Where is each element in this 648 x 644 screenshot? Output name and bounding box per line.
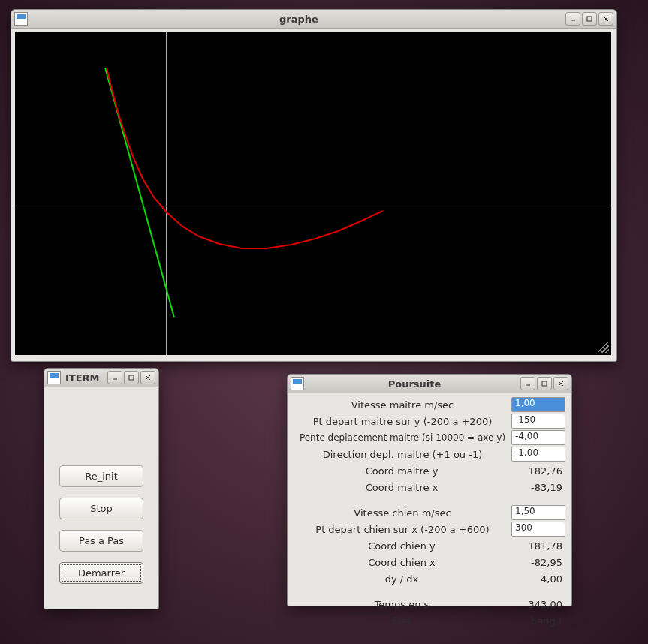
graph-window: graphe xyxy=(11,9,617,362)
row-dydx: dy / dx 4,00 xyxy=(289,570,570,587)
minimize-button[interactable] xyxy=(565,12,580,26)
iterm-body: Re_init Stop Pas a Pas Demarrer xyxy=(44,387,158,584)
label-temps: Temps en s xyxy=(294,599,510,610)
close-button[interactable] xyxy=(140,371,155,384)
close-button[interactable] xyxy=(598,12,613,26)
value-coord-maitre-y: 182,76 xyxy=(510,465,565,477)
label-coord-chien-y: Coord chien y xyxy=(294,540,510,552)
app-icon xyxy=(47,371,61,384)
label-coord-chien-x: Coord chien x xyxy=(294,557,510,568)
row-vitesse-chien: Vitesse chien m/sec 1,50 xyxy=(289,504,570,521)
graph-window-title: graphe xyxy=(32,14,565,25)
row-coord-chien-x: Coord chien x -82,95 xyxy=(289,554,570,570)
input-vitesse-chien[interactable]: 1,50 xyxy=(511,505,565,520)
label-etat: Etat xyxy=(294,615,510,627)
input-pente-deplacement[interactable]: -4,00 xyxy=(511,430,565,445)
row-coord-maitre-y: Coord maitre y 182,76 xyxy=(289,462,570,479)
close-button[interactable] xyxy=(553,377,568,390)
stop-button[interactable]: Stop xyxy=(59,498,143,519)
poursuite-window: Poursuite Vitesse maitre m/sec 1,00 Pt d… xyxy=(287,374,572,606)
poursuite-body: Vitesse maitre m/sec 1,00 Pt depart mait… xyxy=(288,393,571,632)
iterm-window-title: ITERM xyxy=(65,372,107,384)
input-vitesse-maitre[interactable]: 1,00 xyxy=(511,397,565,412)
label-pt-depart-chien-x: Pt depart chien sur x (-200 a +600) xyxy=(294,524,511,535)
row-pt-depart-chien-x: Pt depart chien sur x (-200 a +600) 300 xyxy=(289,521,570,537)
row-temps: Temps en s 343,00 xyxy=(289,596,570,612)
value-coord-chien-x: -82,95 xyxy=(510,557,565,568)
iterm-titlebar[interactable]: ITERM xyxy=(44,369,158,387)
input-pt-depart-chien-x[interactable]: 300 xyxy=(511,522,565,537)
value-coord-maitre-x: -83,19 xyxy=(510,482,565,493)
chart-curves xyxy=(15,32,611,355)
maximize-button[interactable] xyxy=(582,12,597,26)
step-button[interactable]: Pas a Pas xyxy=(59,530,143,552)
label-coord-maitre-x: Coord maitre x xyxy=(294,482,510,493)
label-pente-deplacement: Pente deplacement maitre (si 10000 = axe… xyxy=(294,432,511,443)
value-temps: 343,00 xyxy=(510,599,565,610)
app-icon xyxy=(291,377,304,390)
app-icon xyxy=(14,12,28,26)
value-etat: bang ! xyxy=(510,615,565,627)
row-direction-depl: Direction depl. maitre (+1 ou -1) -1,00 xyxy=(289,446,570,462)
reinit-button[interactable]: Re_init xyxy=(59,465,143,487)
start-button[interactable]: Demarrer xyxy=(59,562,143,584)
label-direction-depl: Direction depl. maitre (+1 ou -1) xyxy=(294,449,511,460)
maximize-button[interactable] xyxy=(537,377,552,390)
input-pt-depart-maitre-y[interactable]: -150 xyxy=(511,414,565,429)
label-dydx: dy / dx xyxy=(294,573,510,585)
value-dydx: 4,00 xyxy=(510,573,565,585)
row-pt-depart-maitre-y: Pt depart maitre sur y (-200 a +200) -15… xyxy=(289,413,570,429)
row-coord-maitre-x: Coord maitre x -83,19 xyxy=(289,479,570,495)
poursuite-window-title: Poursuite xyxy=(309,378,520,390)
label-vitesse-maitre: Vitesse maitre m/sec xyxy=(294,399,511,411)
value-coord-chien-y: 181,78 xyxy=(510,540,565,552)
minimize-button[interactable] xyxy=(107,371,122,384)
resize-grip[interactable] xyxy=(598,342,609,353)
window-buttons xyxy=(107,371,155,384)
label-coord-maitre-y: Coord maitre y xyxy=(294,465,510,477)
row-vitesse-maitre: Vitesse maitre m/sec 1,00 xyxy=(289,396,570,413)
input-direction-depl[interactable]: -1,00 xyxy=(511,447,565,462)
label-pt-depart-maitre-y: Pt depart maitre sur y (-200 a +200) xyxy=(294,416,511,427)
svg-rect-9 xyxy=(542,381,547,386)
svg-rect-5 xyxy=(129,375,134,380)
svg-rect-1 xyxy=(587,17,592,21)
graph-titlebar[interactable]: graphe xyxy=(11,10,616,29)
iterm-window: ITERM Re_init Stop Pas a Pas Demarrer xyxy=(44,368,159,609)
graph-canvas xyxy=(15,32,611,355)
row-coord-chien-y: Coord chien y 181,78 xyxy=(289,537,570,554)
minimize-button[interactable] xyxy=(520,377,535,390)
row-etat: Etat bang ! xyxy=(289,612,570,629)
window-buttons xyxy=(520,377,568,390)
poursuite-titlebar[interactable]: Poursuite xyxy=(288,375,571,393)
row-pente-deplacement: Pente deplacement maitre (si 10000 = axe… xyxy=(289,429,570,446)
maximize-button[interactable] xyxy=(124,371,139,384)
window-buttons xyxy=(565,12,613,26)
label-vitesse-chien: Vitesse chien m/sec xyxy=(294,507,511,519)
